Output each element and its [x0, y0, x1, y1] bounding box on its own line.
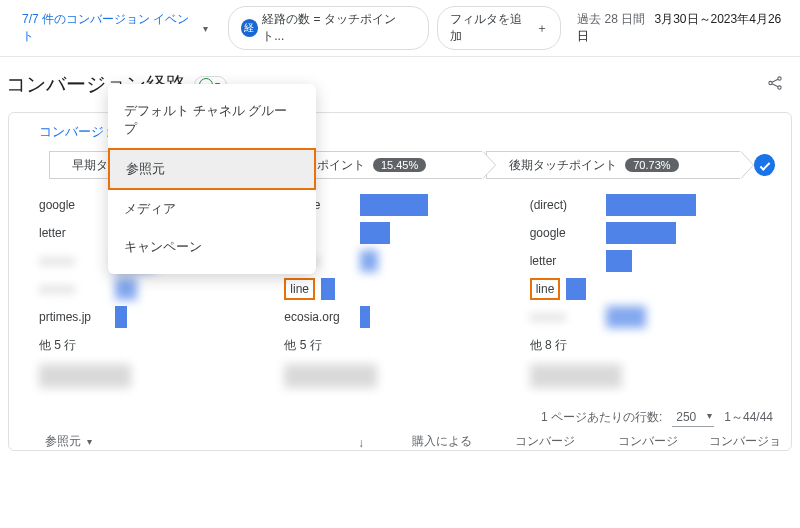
bar-row-label: line: [284, 278, 315, 300]
table-header: 参照元 ▾ ↓ 購入による コンバージ コンバージ コンバージョ: [9, 427, 791, 450]
touchpoint-column: googleletterxxxxxxlineecosia.org他 5 行: [284, 191, 515, 388]
column-footer-blur: [39, 364, 270, 388]
top-filter-bar: 7/7 件のコンバージョン イベント ▾ 経 経路の数 = タッチポイント...…: [0, 0, 800, 57]
bar-row-bar: [321, 278, 335, 300]
bar-row-label: xxxxxx: [39, 282, 109, 296]
bar-row[interactable]: letter: [284, 219, 515, 247]
bar-row-bar: [606, 194, 696, 216]
menu-item[interactable]: 参照元: [108, 148, 316, 190]
bar-row[interactable]: google: [284, 191, 515, 219]
bar-row-bar: [360, 306, 370, 328]
date-range-picker[interactable]: 過去 28 日間 3月30日～2023年4月26日: [577, 11, 790, 45]
column-header-2[interactable]: 購入による: [377, 433, 472, 450]
menu-item[interactable]: デフォルト チャネル グループ: [108, 92, 316, 148]
add-filter-label: フィルタを追加: [450, 11, 533, 45]
bar-row[interactable]: ecosia.org: [284, 303, 515, 331]
dimension-chip[interactable]: 経 経路の数 = タッチポイント...: [228, 6, 429, 50]
bar-row[interactable]: xxxxxx: [39, 275, 270, 303]
bar-row-label: line: [530, 278, 561, 300]
touchpoint-column: (direct)googleletterlinexxxxxx他 8 行: [530, 191, 761, 388]
column-footer-blur: [284, 364, 515, 388]
caret-down-icon: ▾: [203, 23, 208, 34]
bar-row-label: xxxxxx: [530, 310, 600, 324]
svg-point-1: [778, 77, 781, 80]
tab-late-touch[interactable]: 後期タッチポイント 70.73%: [486, 151, 739, 179]
table-pager: 1 ページあたりの行数: 250 1～44/44: [9, 398, 791, 427]
menu-item[interactable]: キャンペーン: [108, 228, 316, 266]
bar-row-label: (direct): [530, 198, 600, 212]
bar-row-bar: [606, 250, 632, 272]
column-header-4[interactable]: コンバージ: [583, 433, 678, 450]
bar-row-bar: [566, 278, 586, 300]
bar-row[interactable]: line: [284, 275, 515, 303]
column-header-source[interactable]: 参照元 ▾: [45, 433, 255, 450]
menu-item[interactable]: メディア: [108, 190, 316, 228]
bar-row[interactable]: google: [530, 219, 761, 247]
bar-row-label: xxxxxx: [39, 254, 109, 268]
plus-icon: ＋: [536, 20, 548, 37]
share-icon: [766, 74, 784, 92]
bar-row-label: ecosia.org: [284, 310, 354, 324]
conversion-events-count: 7/7 件のコンバージョン イベント: [22, 11, 199, 45]
caret-down-icon: ▾: [87, 436, 92, 447]
sort-indicator-icon[interactable]: ↓: [353, 436, 369, 450]
dimension-dropdown-menu: デフォルト チャネル グループ参照元メディアキャンペーン: [108, 84, 316, 274]
svg-point-0: [769, 81, 772, 84]
dimension-chip-label: 経路の数 = タッチポイント...: [262, 11, 415, 45]
more-rows-link[interactable]: 他 8 行: [530, 331, 761, 358]
conversion-events-dropdown[interactable]: 7/7 件のコンバージョン イベント ▾: [10, 7, 220, 49]
rows-per-page-label: 1 ページあたりの行数:: [541, 409, 662, 426]
date-range-prefix: 過去 28 日間: [577, 12, 645, 26]
bar-row-bar: [115, 278, 137, 300]
more-rows-link[interactable]: 他 5 行: [39, 331, 270, 358]
column-header-3[interactable]: コンバージ: [480, 433, 575, 450]
column-header-source-label: 参照元: [45, 433, 81, 450]
bar-row-bar: [606, 306, 646, 328]
bar-row-bar: [606, 222, 676, 244]
tab-late-touch-label: 後期タッチポイント: [509, 157, 617, 174]
conversion-end-check-icon: [754, 154, 775, 176]
bar-row-label: letter: [39, 226, 109, 240]
tab-late-touch-pct: 70.73%: [625, 158, 678, 172]
column-header-5[interactable]: コンバージョ: [686, 433, 781, 450]
bar-row-bar: [360, 194, 428, 216]
bar-row[interactable]: prtimes.jp: [39, 303, 270, 331]
svg-point-2: [778, 86, 781, 89]
bar-row-label: letter: [530, 254, 600, 268]
tab-mid-touch-pct: 15.45%: [373, 158, 426, 172]
bar-row-label: google: [530, 226, 600, 240]
bar-row-bar: [360, 250, 378, 272]
bar-row-label: google: [39, 198, 109, 212]
bar-row-label: prtimes.jp: [39, 310, 109, 324]
bar-row[interactable]: xxxxxx: [530, 303, 761, 331]
bar-row-bar: [115, 306, 127, 328]
share-button[interactable]: [766, 74, 784, 95]
dimension-badge-icon: 経: [241, 19, 259, 37]
rows-per-page-value: 250: [676, 410, 696, 424]
column-footer-blur: [530, 364, 761, 388]
add-filter-button[interactable]: フィルタを追加 ＋: [437, 6, 562, 50]
bar-row[interactable]: letter: [530, 247, 761, 275]
bar-row[interactable]: (direct): [530, 191, 761, 219]
pager-range: 1～44/44: [724, 409, 773, 426]
bar-row-bar: [360, 222, 390, 244]
bar-row[interactable]: line: [530, 275, 761, 303]
more-rows-link[interactable]: 他 5 行: [284, 331, 515, 358]
rows-per-page-select[interactable]: 250: [672, 408, 714, 427]
bar-row[interactable]: xxxxxx: [284, 247, 515, 275]
